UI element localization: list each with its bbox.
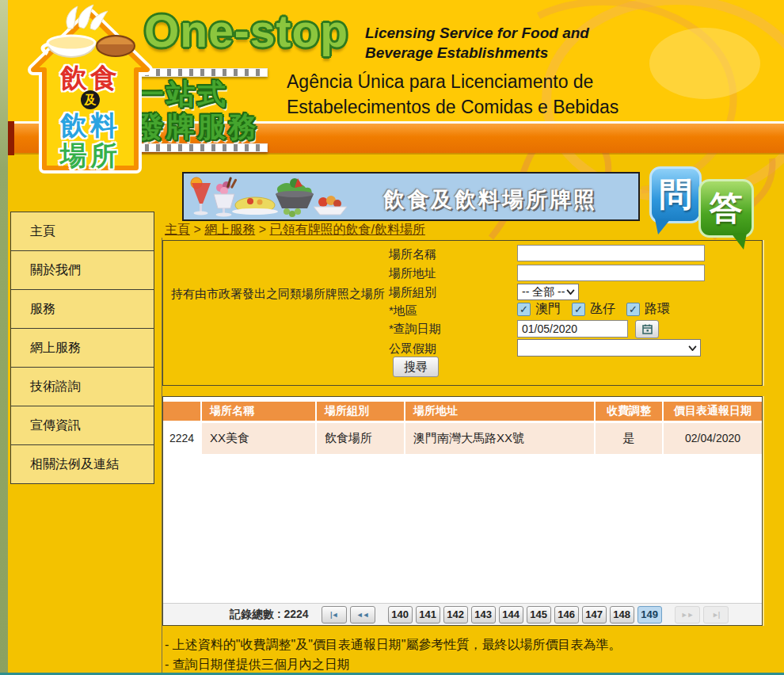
search-description: 持有由市政署發出之同類場所牌照之場所	[171, 285, 388, 302]
sidebar-item-online-services[interactable]: 網上服務	[10, 328, 154, 368]
query-date-input[interactable]	[517, 320, 628, 338]
col-header-group: 場所組別	[316, 402, 405, 421]
footer-notes: - 上述資料的"收費調整"及"價目表通報日期"屬參考性質，最終以場所價目表為準。…	[165, 635, 622, 674]
group-select[interactable]: -- 全部 --	[517, 284, 579, 300]
establishment-name-input[interactable]	[517, 245, 705, 261]
fruit-plate	[314, 196, 347, 215]
total-records-label: 記錄總數 : 2224	[230, 608, 309, 622]
breadcrumb-home[interactable]: 主頁	[165, 223, 190, 236]
sidebar-item-label: 主頁	[30, 223, 55, 240]
brand-one-stop: One-stop	[144, 5, 348, 57]
noodle-plate	[232, 197, 278, 215]
col-header-fee-adjustment: 收費調整	[595, 402, 663, 421]
establishment-address-input[interactable]	[517, 265, 705, 281]
cell-price-list-date: 02/04/2020	[663, 421, 762, 454]
pagination-bar: 記錄總數 : 2224 |◄ ◄◄ 140 141 142 143 144 14…	[163, 603, 762, 625]
title-portuguese: Agência Única para Licenciamento de Esta…	[287, 69, 618, 120]
sidebar-item-about-us[interactable]: 關於我們	[10, 250, 154, 290]
cell-group: 飲食場所	[316, 421, 405, 454]
check-icon: ✓	[574, 303, 583, 315]
sidebar-item-related-laws-links[interactable]: 相關法例及連結	[10, 444, 154, 484]
col-header-address: 場所地址	[405, 402, 595, 421]
title-portuguese-line1: Agência Única para Licenciamento de	[287, 69, 618, 94]
checkbox-coloane-label: 路環	[645, 301, 670, 318]
service-name-cn-line1: 一站式	[135, 78, 268, 110]
title-english-line2: Beverage Establishments	[365, 43, 589, 63]
page-button-146[interactable]: 146	[554, 606, 579, 624]
sidebar-item-label: 關於我們	[30, 262, 81, 279]
sidebar-item-promotion-info[interactable]: 宣傳資訊	[10, 406, 154, 445]
stripe-left-cap	[8, 121, 14, 155]
first-page-button[interactable]: |◄	[322, 606, 347, 624]
sidebar-item-label: 相關法例及連結	[30, 456, 119, 473]
page-button-147[interactable]: 147	[582, 606, 607, 624]
col-header-price-list-date: 價目表通報日期	[663, 402, 762, 421]
cell-address: 澳門南灣大馬路XX號	[405, 421, 595, 454]
sidebar-item-label: 技術諮詢	[30, 379, 81, 395]
page-button-143[interactable]: 143	[471, 606, 496, 624]
col-header-name: 場所名稱	[201, 402, 316, 421]
results-table: 場所名稱 場所組別 場所地址 收費調整 價目表通報日期 2224 XX美食 飲食…	[163, 402, 762, 454]
calendar-icon	[642, 324, 653, 334]
breadcrumb-online-services[interactable]: 網上服務	[204, 223, 255, 236]
site-logo[interactable]: 飲食 及 飲料 場所	[27, 2, 154, 174]
district-field-label: *地區	[389, 303, 417, 318]
group-select-value: -- 全部 --	[522, 285, 565, 299]
checkbox-taipa-label: 氹仔	[590, 301, 615, 318]
question-glyph: 問	[659, 173, 692, 217]
chevron-down-icon	[688, 345, 697, 351]
service-name-cn-line2: 發牌服務	[135, 110, 268, 143]
results-panel: 場所名稱 場所組別 場所地址 收費調整 價目表通報日期 2224 XX美食 飲食…	[162, 396, 763, 626]
checkbox-macau[interactable]: ✓	[517, 303, 531, 316]
title-portuguese-line2: Estabelecimentos de Comidas e Bebidas	[287, 94, 618, 120]
table-header-row: 場所名稱 場所組別 場所地址 收費調整 價目表通報日期	[163, 402, 762, 421]
date-field-label: *查詢日期	[389, 322, 441, 337]
checkbox-coloane[interactable]: ✓	[626, 303, 640, 316]
cell-id: 2224	[163, 421, 201, 454]
sidebar-item-technical-enquiry[interactable]: 技術諮詢	[10, 367, 154, 406]
bread-icon	[97, 36, 135, 56]
address-field-label: 場所地址	[389, 266, 436, 281]
page-button-149-current[interactable]: 149	[637, 606, 662, 624]
page-button-140[interactable]: 140	[388, 606, 413, 624]
food-illustration	[187, 175, 353, 219]
page-button-148[interactable]: 148	[610, 606, 634, 624]
banner-title: 飲食及飲料場所牌照	[383, 185, 597, 214]
group-field-label: 場所組別	[389, 285, 436, 300]
page-button-141[interactable]: 141	[416, 606, 440, 624]
breadcrumb: 主頁 > 網上服務 > 已領有牌照的飲食/飲料場所	[165, 222, 425, 238]
cell-name: XX美食	[201, 421, 316, 454]
breadcrumb-separator: >	[259, 223, 266, 236]
district-checkbox-group: ✓ 澳門 ✓ 氹仔 ✓ 路環	[517, 301, 681, 318]
logo-text-and: 及	[81, 90, 100, 109]
page-button-145[interactable]: 145	[527, 606, 551, 624]
sidebar-item-services[interactable]: 服務	[10, 289, 154, 329]
chevron-down-icon	[566, 289, 575, 295]
page: 飲食 及 飲料 場所 One-stop 一站式 發牌服務 Licensing S…	[0, 0, 784, 675]
footer-note-2: - 查詢日期僅提供三個月內之日期	[165, 654, 622, 674]
breadcrumb-separator: >	[193, 223, 200, 236]
title-english: Licensing Service for Food and Beverage …	[365, 23, 589, 63]
question-bubble-icon[interactable]: 問	[649, 166, 702, 223]
search-panel: 持有由市政署發出之同類場所牌照之場所 場所名稱 場所地址 場所組別 *地區 *查…	[162, 240, 763, 386]
next-page-button: ►►	[675, 606, 700, 624]
answer-bubble-icon[interactable]: 答	[698, 179, 754, 238]
page-button-142[interactable]: 142	[443, 606, 468, 624]
logo-text-establishments: 場所	[27, 138, 154, 174]
checkbox-macau-label: 澳門	[535, 301, 561, 318]
breadcrumb-current[interactable]: 已領有牌照的飲食/飲料場所	[270, 223, 425, 236]
calendar-picker-button[interactable]	[635, 320, 659, 338]
public-holiday-select[interactable]	[517, 339, 701, 357]
sidebar-item-label: 網上服務	[30, 340, 81, 357]
previous-page-button[interactable]: ◄◄	[350, 606, 375, 624]
checkbox-taipa[interactable]: ✓	[572, 303, 585, 316]
sidebar-item-home[interactable]: 主頁	[10, 212, 154, 251]
col-header-id	[163, 402, 201, 421]
search-button[interactable]: 搜尋	[393, 357, 439, 377]
answer-glyph: 答	[710, 186, 743, 231]
last-page-button: ►|	[703, 606, 729, 624]
check-icon: ✓	[519, 303, 528, 315]
page-button-144[interactable]: 144	[499, 606, 523, 624]
page-left-border	[0, 0, 8, 675]
cell-fee-adjustment: 是	[595, 421, 663, 454]
